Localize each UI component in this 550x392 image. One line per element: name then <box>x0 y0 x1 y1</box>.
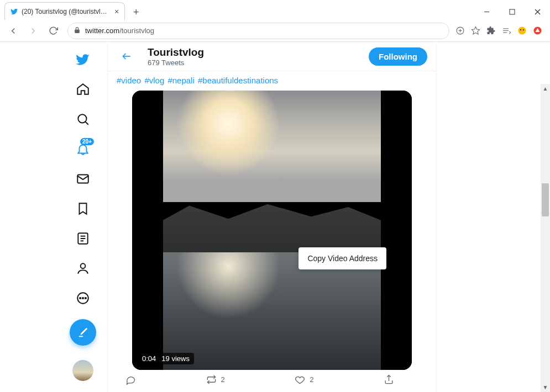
video-views: 19 views <box>161 354 190 363</box>
svg-point-23 <box>81 263 86 268</box>
address-bar[interactable]: twitter.com/touristvlog <box>67 23 449 39</box>
page-content: 20+ Touristvlog 679 Tweets Following #vi… <box>0 42 550 392</box>
hashtag-link[interactable]: #video <box>117 76 141 85</box>
url-path: /touristvlog <box>119 27 154 35</box>
hashtag-link[interactable]: #nepali <box>167 76 194 85</box>
reading-list-icon[interactable] <box>501 26 511 36</box>
twitter-favicon <box>11 8 18 15</box>
svg-point-25 <box>80 298 81 299</box>
svg-point-12 <box>520 29 521 30</box>
extension-icon-2[interactable] <box>532 26 542 36</box>
nav-notifications-icon[interactable]: 20+ <box>70 136 96 162</box>
context-menu-item-copy-video-address[interactable]: Copy Video Address <box>307 254 378 263</box>
scroll-thumb[interactable] <box>542 183 549 216</box>
main-column: Touristvlog 679 Tweets Following #video … <box>107 42 437 392</box>
svg-marker-7 <box>472 27 479 34</box>
window-controls <box>474 3 550 20</box>
url-domain: twitter.com <box>85 27 119 35</box>
tab-close-icon[interactable]: × <box>114 7 119 16</box>
share-button[interactable] <box>384 374 394 385</box>
tab-title: (20) Touristvlog (@touristvlog) / T <box>22 8 110 15</box>
video-frame <box>163 91 381 370</box>
back-button[interactable] <box>4 22 22 40</box>
context-menu: Copy Video Address <box>298 247 386 269</box>
nav-explore-icon[interactable] <box>70 106 96 133</box>
account-avatar[interactable] <box>72 360 93 381</box>
video-player[interactable]: 0:04 19 views Copy Video Address <box>132 91 412 370</box>
scroll-down-icon[interactable]: ▼ <box>541 383 550 392</box>
extensions-puzzle-icon[interactable] <box>486 26 496 36</box>
nav-messages-icon[interactable] <box>70 166 96 192</box>
svg-point-11 <box>518 27 526 35</box>
tweet-actions: 2 2 <box>117 370 427 385</box>
video-time: 0:04 <box>142 354 156 363</box>
twitter-logo[interactable] <box>70 46 96 73</box>
tweet-hashtags: #video #vlog #nepali #beautifuldestinati… <box>117 71 427 91</box>
like-count: 2 <box>310 375 313 384</box>
retweet-button[interactable]: 2 <box>206 374 225 385</box>
window-maximize-button[interactable] <box>499 3 525 20</box>
nav-more-icon[interactable] <box>70 285 96 311</box>
browser-toolbar: twitter.com/touristvlog <box>0 20 550 42</box>
tweet-count: 679 Tweets <box>148 59 204 67</box>
svg-point-27 <box>85 298 86 299</box>
svg-point-13 <box>522 29 523 30</box>
add-page-icon[interactable] <box>455 26 465 36</box>
scroll-up-icon[interactable]: ▲ <box>541 84 550 93</box>
sidebar-nav: 20+ <box>59 42 107 392</box>
window-minimize-button[interactable] <box>474 3 499 20</box>
svg-point-26 <box>82 298 83 299</box>
like-button[interactable]: 2 <box>295 374 313 385</box>
svg-line-17 <box>85 121 88 124</box>
reply-button[interactable] <box>125 374 136 385</box>
reload-button[interactable] <box>44 22 62 40</box>
compose-tweet-button[interactable] <box>70 319 96 346</box>
browser-titlebar: (20) Touristvlog (@touristvlog) / T × + <box>0 0 550 20</box>
new-tab-button[interactable]: + <box>128 4 144 20</box>
vertical-scrollbar[interactable]: ▲ ▼ <box>541 84 550 392</box>
profile-name: Touristvlog <box>148 46 204 59</box>
retweet-count: 2 <box>221 375 225 384</box>
svg-rect-1 <box>510 9 515 14</box>
notification-badge: 20+ <box>80 138 94 145</box>
nav-lists-icon[interactable] <box>70 225 96 252</box>
window-close-button[interactable] <box>525 3 550 20</box>
hashtag-link[interactable]: #beautifuldestinations <box>198 76 278 85</box>
back-arrow-button[interactable] <box>117 46 137 66</box>
bookmark-star-icon[interactable] <box>470 26 480 36</box>
nav-bookmarks-icon[interactable] <box>70 195 96 222</box>
browser-tab[interactable]: (20) Touristvlog (@touristvlog) / T × <box>4 2 125 20</box>
svg-point-16 <box>78 114 86 123</box>
nav-profile-icon[interactable] <box>70 255 96 282</box>
extension-icons <box>455 26 546 36</box>
lock-icon <box>74 27 81 35</box>
forward-button[interactable] <box>24 22 42 40</box>
hashtag-link[interactable]: #vlog <box>144 76 164 85</box>
video-info-overlay: 0:04 19 views <box>138 353 194 364</box>
profile-header: Touristvlog 679 Tweets Following <box>108 42 436 71</box>
tweet: #video #vlog #nepali #beautifuldestinati… <box>108 71 436 385</box>
nav-home-icon[interactable] <box>70 76 96 103</box>
following-button[interactable]: Following <box>369 47 427 66</box>
extension-icon-1[interactable] <box>517 26 527 36</box>
